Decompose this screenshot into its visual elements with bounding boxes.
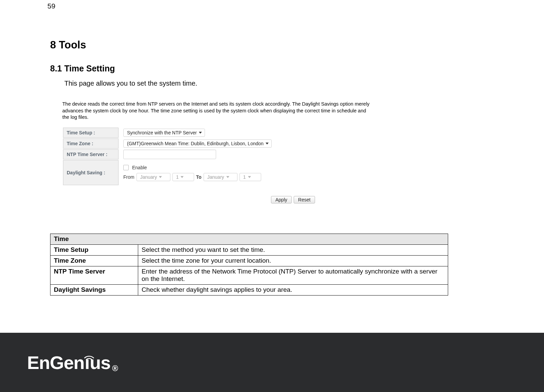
page-footer: EnGen ıus®: [0, 333, 544, 392]
form-table: Time Setup : Synchronize with the NTP Se…: [62, 127, 273, 186]
description-table: Time Time Setup Select the method you wa…: [50, 234, 448, 296]
wifi-icon: [83, 345, 95, 366]
label-time-setup: Time Setup :: [63, 128, 119, 138]
heading-tools: 8 Tools: [50, 39, 86, 51]
label-ntp-server: NTP Time Server :: [63, 149, 119, 159]
logo-dot: ı: [85, 352, 89, 373]
time-setup-value: Synchronize with the NTP Server: [127, 130, 197, 135]
logo-reg: ®: [112, 364, 118, 373]
to-month-dropdown[interactable]: January: [204, 173, 237, 181]
reset-button[interactable]: Reset: [294, 196, 315, 203]
chevron-down-icon: [199, 132, 202, 134]
desc-table-header: Time: [50, 234, 448, 245]
heading-time-setting: 8.1 Time Setting: [50, 64, 115, 73]
to-day-value: 1: [243, 174, 246, 180]
label-daylight-saving: Daylight Saving :: [63, 160, 119, 185]
desc-val: Select the method you want to set the ti…: [138, 245, 448, 256]
daylight-enable-checkbox[interactable]: [123, 165, 129, 170]
chevron-down-icon: [159, 176, 162, 178]
desc-key: Time Setup: [50, 245, 138, 256]
table-row: NTP Time Server Enter the address of the…: [50, 266, 448, 285]
desc-val: Check whether daylight savings applies t…: [138, 285, 448, 296]
daylight-to-label: To: [196, 174, 202, 180]
to-month-value: January: [207, 174, 224, 180]
logo-text-a: EnGen: [27, 352, 84, 373]
from-month-value: January: [140, 174, 157, 180]
chevron-down-icon: [181, 176, 184, 178]
intro-text: This page allows you to set the system t…: [64, 80, 197, 87]
from-month-dropdown[interactable]: January: [137, 173, 170, 181]
desc-key: NTP Time Server: [50, 266, 138, 285]
table-row: Time Setup Select the method you want to…: [50, 245, 448, 256]
desc-key: Time Zone: [50, 256, 138, 266]
daylight-enable-label: Enable: [132, 165, 147, 170]
ntp-server-input[interactable]: [123, 150, 216, 159]
engenius-logo: EnGen ıus®: [27, 352, 118, 373]
desc-val: Select the time zone for your current lo…: [138, 256, 448, 266]
apply-button[interactable]: Apply: [271, 196, 292, 203]
time-zone-dropdown[interactable]: (GMT)Greenwich Mean Time: Dublin, Edinbu…: [123, 139, 272, 148]
chevron-down-icon: [248, 176, 251, 178]
table-row: Daylight Savings Check whether daylight …: [50, 285, 448, 296]
from-day-dropdown[interactable]: 1: [172, 173, 194, 181]
time-zone-value: (GMT)Greenwich Mean Time: Dublin, Edinbu…: [127, 141, 264, 146]
panel-description: The device reads the correct time from N…: [62, 101, 374, 121]
desc-val: Enter the address of the Network Time Pr…: [138, 266, 448, 285]
chevron-down-icon: [226, 176, 229, 178]
label-time-zone: Time Zone :: [63, 138, 119, 149]
page-number: 59: [47, 2, 55, 10]
daylight-from-label: From: [123, 174, 134, 180]
from-day-value: 1: [176, 174, 179, 180]
desc-key: Daylight Savings: [50, 285, 138, 296]
to-day-dropdown[interactable]: 1: [239, 173, 261, 181]
chevron-down-icon: [266, 143, 269, 145]
time-setup-dropdown[interactable]: Synchronize with the NTP Server: [123, 129, 205, 137]
table-row: Time Zone Select the time zone for your …: [50, 256, 448, 266]
time-setting-panel: The device reads the correct time from N…: [62, 101, 388, 203]
